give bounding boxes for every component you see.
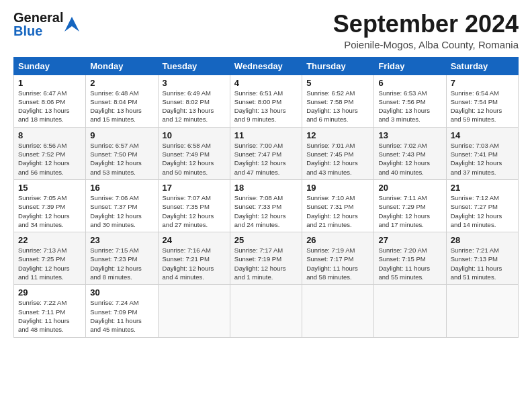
day-number: 27 — [378, 235, 441, 245]
day-info: Sunrise: 7:15 AM Sunset: 7:23 PM Dayligh… — [90, 246, 153, 281]
day-info: Sunrise: 7:17 AM Sunset: 7:19 PM Dayligh… — [234, 246, 298, 281]
calendar-cell: 17Sunrise: 7:07 AM Sunset: 7:35 PM Dayli… — [158, 179, 230, 232]
calendar-cell: 10Sunrise: 6:58 AM Sunset: 7:49 PM Dayli… — [158, 127, 230, 179]
calendar-cell — [230, 285, 302, 337]
logo-icon — [64, 17, 79, 32]
calendar-cell: 24Sunrise: 7:16 AM Sunset: 7:21 PM Dayli… — [158, 232, 230, 285]
day-info: Sunrise: 6:47 AM Sunset: 8:06 PM Dayligh… — [18, 89, 81, 124]
day-info: Sunrise: 6:52 AM Sunset: 7:58 PM Dayligh… — [306, 89, 369, 124]
day-info: Sunrise: 7:05 AM Sunset: 7:39 PM Dayligh… — [18, 193, 81, 229]
day-number: 8 — [18, 130, 81, 140]
day-info: Sunrise: 7:21 AM Sunset: 7:13 PM Dayligh… — [451, 246, 514, 281]
day-number: 6 — [378, 78, 441, 88]
calendar-cell — [302, 285, 374, 337]
weekday-header: Sunday — [14, 57, 86, 75]
day-number: 23 — [90, 235, 153, 245]
calendar-cell — [374, 285, 446, 337]
calendar-cell: 1Sunrise: 6:47 AM Sunset: 8:06 PM Daylig… — [14, 75, 86, 127]
day-info: Sunrise: 6:53 AM Sunset: 7:56 PM Dayligh… — [378, 89, 441, 124]
title-section: September 2024 Poienile-Mogos, Alba Coun… — [333, 11, 519, 50]
location-title: Poienile-Mogos, Alba County, Romania — [333, 39, 519, 50]
calendar-cell: 12Sunrise: 7:01 AM Sunset: 7:45 PM Dayli… — [302, 127, 374, 179]
calendar-cell: 18Sunrise: 7:08 AM Sunset: 7:33 PM Dayli… — [230, 179, 302, 232]
day-number: 15 — [18, 183, 81, 193]
day-info: Sunrise: 7:07 AM Sunset: 7:35 PM Dayligh… — [163, 193, 226, 229]
calendar-cell: 14Sunrise: 7:03 AM Sunset: 7:41 PM Dayli… — [446, 127, 518, 179]
day-number: 20 — [378, 183, 441, 193]
calendar-week-row: 1Sunrise: 6:47 AM Sunset: 8:06 PM Daylig… — [14, 75, 519, 127]
day-info: Sunrise: 7:12 AM Sunset: 7:27 PM Dayligh… — [451, 193, 514, 229]
calendar-cell: 30Sunrise: 7:24 AM Sunset: 7:09 PM Dayli… — [86, 285, 158, 337]
day-info: Sunrise: 7:02 AM Sunset: 7:43 PM Dayligh… — [378, 141, 441, 177]
day-number: 2 — [90, 78, 153, 88]
page-container: General Blue September 2024 Poienile-Mog… — [0, 0, 532, 345]
calendar-week-row: 8Sunrise: 6:56 AM Sunset: 7:52 PM Daylig… — [14, 127, 519, 179]
day-number: 11 — [234, 130, 298, 140]
day-info: Sunrise: 6:49 AM Sunset: 8:02 PM Dayligh… — [163, 89, 226, 124]
day-number: 24 — [163, 235, 226, 245]
day-number: 14 — [451, 130, 514, 140]
day-info: Sunrise: 7:20 AM Sunset: 7:15 PM Dayligh… — [378, 246, 441, 281]
logo-line1: General — [13, 11, 63, 24]
day-number: 29 — [18, 287, 81, 298]
day-info: Sunrise: 7:06 AM Sunset: 7:37 PM Dayligh… — [90, 193, 153, 229]
day-number: 3 — [163, 78, 226, 88]
calendar-cell: 25Sunrise: 7:17 AM Sunset: 7:19 PM Dayli… — [230, 232, 302, 285]
day-info: Sunrise: 7:11 AM Sunset: 7:29 PM Dayligh… — [378, 193, 441, 229]
calendar-week-row: 22Sunrise: 7:13 AM Sunset: 7:25 PM Dayli… — [14, 232, 519, 285]
calendar-cell: 4Sunrise: 6:51 AM Sunset: 8:00 PM Daylig… — [230, 75, 302, 127]
day-info: Sunrise: 7:03 AM Sunset: 7:41 PM Dayligh… — [451, 141, 514, 177]
calendar-cell: 20Sunrise: 7:11 AM Sunset: 7:29 PM Dayli… — [374, 179, 446, 232]
day-number: 1 — [18, 78, 81, 88]
calendar-cell: 29Sunrise: 7:22 AM Sunset: 7:11 PM Dayli… — [14, 285, 86, 337]
day-number: 22 — [18, 235, 81, 245]
calendar-cell: 15Sunrise: 7:05 AM Sunset: 7:39 PM Dayli… — [14, 179, 86, 232]
day-number: 25 — [234, 235, 298, 245]
calendar-table: SundayMondayTuesdayWednesdayThursdayFrid… — [13, 57, 519, 338]
day-info: Sunrise: 7:19 AM Sunset: 7:17 PM Dayligh… — [306, 246, 369, 281]
svg-marker-0 — [64, 17, 79, 32]
weekday-header: Saturday — [446, 57, 518, 75]
day-info: Sunrise: 6:57 AM Sunset: 7:50 PM Dayligh… — [90, 141, 153, 177]
calendar-cell: 7Sunrise: 6:54 AM Sunset: 7:54 PM Daylig… — [446, 75, 518, 127]
calendar-cell — [446, 285, 518, 337]
day-info: Sunrise: 7:00 AM Sunset: 7:47 PM Dayligh… — [234, 141, 298, 177]
weekday-header: Thursday — [302, 57, 374, 75]
calendar-cell: 5Sunrise: 6:52 AM Sunset: 7:58 PM Daylig… — [302, 75, 374, 127]
calendar-week-row: 15Sunrise: 7:05 AM Sunset: 7:39 PM Dayli… — [14, 179, 519, 232]
day-info: Sunrise: 6:56 AM Sunset: 7:52 PM Dayligh… — [18, 141, 81, 177]
day-number: 26 — [306, 235, 369, 245]
day-number: 5 — [306, 78, 369, 88]
calendar-cell: 6Sunrise: 6:53 AM Sunset: 7:56 PM Daylig… — [374, 75, 446, 127]
day-info: Sunrise: 7:16 AM Sunset: 7:21 PM Dayligh… — [163, 246, 226, 281]
day-number: 9 — [90, 130, 153, 140]
logo: General Blue — [13, 11, 79, 38]
calendar-cell — [158, 285, 230, 337]
calendar-cell: 19Sunrise: 7:10 AM Sunset: 7:31 PM Dayli… — [302, 179, 374, 232]
calendar-cell: 2Sunrise: 6:48 AM Sunset: 8:04 PM Daylig… — [86, 75, 158, 127]
calendar-cell: 3Sunrise: 6:49 AM Sunset: 8:02 PM Daylig… — [158, 75, 230, 127]
day-number: 28 — [451, 235, 514, 245]
calendar-week-row: 29Sunrise: 7:22 AM Sunset: 7:11 PM Dayli… — [14, 285, 519, 337]
weekday-header: Wednesday — [230, 57, 302, 75]
calendar-cell: 21Sunrise: 7:12 AM Sunset: 7:27 PM Dayli… — [446, 179, 518, 232]
day-info: Sunrise: 6:58 AM Sunset: 7:49 PM Dayligh… — [163, 141, 226, 177]
day-number: 10 — [163, 130, 226, 140]
weekday-header: Friday — [374, 57, 446, 75]
calendar-cell: 27Sunrise: 7:20 AM Sunset: 7:15 PM Dayli… — [374, 232, 446, 285]
calendar-cell: 11Sunrise: 7:00 AM Sunset: 7:47 PM Dayli… — [230, 127, 302, 179]
calendar-header-row: SundayMondayTuesdayWednesdayThursdayFrid… — [14, 57, 519, 75]
day-info: Sunrise: 7:24 AM Sunset: 7:09 PM Dayligh… — [90, 298, 153, 334]
day-info: Sunrise: 7:08 AM Sunset: 7:33 PM Dayligh… — [234, 193, 298, 229]
day-info: Sunrise: 7:13 AM Sunset: 7:25 PM Dayligh… — [18, 246, 81, 281]
day-number: 21 — [451, 183, 514, 193]
day-number: 4 — [234, 78, 298, 88]
calendar-cell: 23Sunrise: 7:15 AM Sunset: 7:23 PM Dayli… — [86, 232, 158, 285]
day-info: Sunrise: 6:54 AM Sunset: 7:54 PM Dayligh… — [451, 89, 514, 124]
day-number: 7 — [451, 78, 514, 88]
calendar-cell: 28Sunrise: 7:21 AM Sunset: 7:13 PM Dayli… — [446, 232, 518, 285]
logo-line2: Blue — [13, 24, 63, 38]
month-title: September 2024 — [333, 11, 519, 38]
day-number: 16 — [90, 183, 153, 193]
day-number: 30 — [90, 287, 153, 298]
